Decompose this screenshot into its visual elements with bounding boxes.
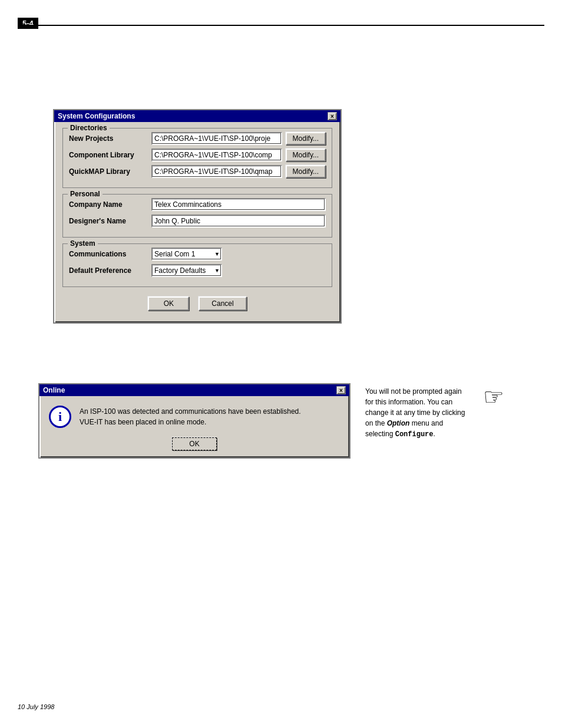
top-rule xyxy=(18,25,544,26)
online-content-row: i An ISP-100 was detected and communicat… xyxy=(49,406,340,428)
quickmap-library-row: QuickMAP Library Modify... xyxy=(69,165,326,178)
designer-name-label: Designer's Name xyxy=(69,217,151,225)
component-library-modify-button[interactable]: Modify... xyxy=(286,149,326,162)
communications-row: Communications Serial Com 1 Serial Com 2… xyxy=(69,248,326,261)
online-dialog: Online × i An ISP-100 was detected and c… xyxy=(38,383,351,459)
online-message-line2: VUE-IT has been placed in online mode. xyxy=(80,418,206,426)
company-name-label: Company Name xyxy=(69,200,151,209)
online-title: Online xyxy=(43,386,65,394)
side-note: You will not be prompted again for this … xyxy=(365,386,471,440)
designer-name-row: Designer's Name xyxy=(69,215,326,228)
communications-label: Communications xyxy=(69,250,151,258)
new-projects-modify-button[interactable]: Modify... xyxy=(286,132,326,145)
page-badge: 5-4 xyxy=(18,18,38,29)
syscfg-cancel-button[interactable]: Cancel xyxy=(199,297,246,311)
directories-group: Directories New Projects Modify... Compo… xyxy=(62,128,332,188)
syscfg-close-button[interactable]: × xyxy=(328,112,337,120)
online-titlebar: Online × xyxy=(39,384,349,396)
syscfg-footer: OK Cancel xyxy=(62,293,332,317)
directories-label: Directories xyxy=(68,124,110,132)
footer-date: 10 July 1998 xyxy=(18,703,54,710)
communications-select-wrapper: Serial Com 1 Serial Com 2 Serial Com 3 ▼ xyxy=(151,248,222,261)
syscfg-titlebar: System Configurations × xyxy=(54,110,340,122)
personal-label: Personal xyxy=(68,190,103,198)
new-projects-label: New Projects xyxy=(69,134,151,143)
syscfg-body: Directories New Projects Modify... Compo… xyxy=(54,122,340,322)
personal-group: Personal Company Name Designer's Name xyxy=(62,194,332,238)
syscfg-dialog: System Configurations × Directories New … xyxy=(53,109,342,324)
component-library-row: Component Library Modify... xyxy=(69,149,326,162)
side-note-text3: . xyxy=(434,430,435,438)
default-pref-label: Default Preference xyxy=(69,266,151,275)
online-message-line1: An ISP-100 was detected and communicatio… xyxy=(80,407,301,416)
company-name-row: Company Name xyxy=(69,198,326,211)
new-projects-input[interactable] xyxy=(151,132,282,145)
side-note-option: Option xyxy=(387,419,410,427)
quickmap-library-input[interactable] xyxy=(151,165,282,178)
info-icon: i xyxy=(49,406,71,428)
system-group: System Communications Serial Com 1 Seria… xyxy=(62,243,332,287)
new-projects-row: New Projects Modify... xyxy=(69,132,326,145)
communications-select[interactable]: Serial Com 1 Serial Com 2 Serial Com 3 xyxy=(151,248,222,261)
quickmap-library-modify-button[interactable]: Modify... xyxy=(286,165,326,178)
system-label: System xyxy=(68,239,98,248)
default-pref-select-wrapper: Factory Defaults User Defaults ▼ xyxy=(151,264,222,277)
online-close-button[interactable]: × xyxy=(336,386,346,394)
online-ok-button[interactable]: OK xyxy=(172,437,216,450)
default-pref-row: Default Preference Factory Defaults User… xyxy=(69,264,326,277)
side-note-configure: Configure xyxy=(395,430,434,439)
designer-name-input[interactable] xyxy=(151,215,326,228)
company-name-input[interactable] xyxy=(151,198,326,211)
quickmap-library-label: QuickMAP Library xyxy=(69,167,151,176)
component-library-label: Component Library xyxy=(69,151,151,159)
syscfg-title: System Configurations xyxy=(58,112,135,120)
online-body: i An ISP-100 was detected and communicat… xyxy=(39,396,349,457)
online-message: An ISP-100 was detected and communicatio… xyxy=(80,406,301,427)
component-library-input[interactable] xyxy=(151,149,282,162)
default-pref-select[interactable]: Factory Defaults User Defaults xyxy=(151,264,222,277)
hand-pointing-icon: ☞ xyxy=(483,383,504,410)
syscfg-ok-button[interactable]: OK xyxy=(148,297,189,311)
